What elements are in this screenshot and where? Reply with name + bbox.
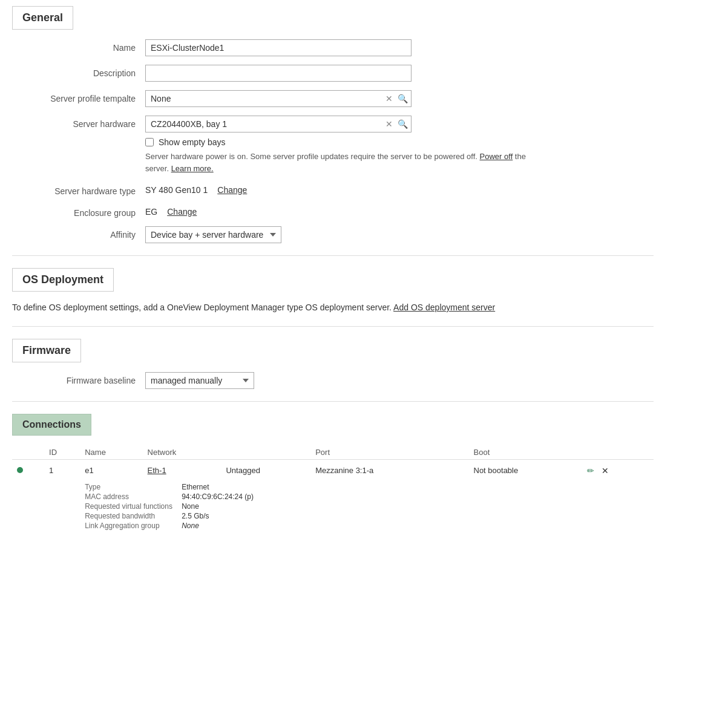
affinity-row: Affinity Device bay + server hardware De…	[12, 226, 654, 243]
server-hardware-input[interactable]	[145, 116, 412, 132]
sub-value-bw: 2.5 Gb/s	[182, 512, 209, 520]
conn-tag-cell: Untagged	[221, 460, 310, 479]
enclosure-group-value: EG	[145, 207, 157, 217]
description-control	[145, 65, 654, 82]
col-status	[12, 445, 44, 460]
conn-name-cell: e1	[80, 460, 142, 479]
firmware-baseline-row: Firmware baseline managed manually No ba…	[12, 372, 654, 389]
connections-section: Connections ID Name Network Port Boot	[12, 414, 654, 534]
enclosure-group-change-button[interactable]: Change	[167, 207, 197, 217]
server-profile-template-input[interactable]	[145, 90, 412, 107]
server-hardware-search-icon[interactable]: 🔍	[396, 119, 409, 129]
col-name: Name	[80, 445, 142, 460]
conn-action-icons: ✏ ✕	[585, 466, 611, 476]
enclosure-group-control: EG Change	[145, 204, 654, 217]
server-hardware-clear-icon[interactable]: ✕	[384, 119, 394, 129]
sub-row-lag: Link Aggregation group None	[85, 522, 649, 530]
firmware-baseline-label: Firmware baseline	[12, 372, 145, 385]
sub-row-mac: MAC address 94:40:C9:6C:24:24 (p)	[85, 492, 649, 501]
server-profile-template-clear-icon[interactable]: ✕	[384, 93, 394, 104]
col-boot: Boot	[469, 445, 580, 460]
conn-id-cell: 1	[44, 460, 80, 479]
name-label: Name	[12, 39, 145, 53]
firmware-baseline-control: managed manually No baseline Custom	[145, 372, 654, 389]
conn-actions-cell: ✏ ✕	[580, 460, 654, 479]
connections-table-body: 1 e1 Eth-1 Untagged Mezzanine 3:1-a	[12, 460, 654, 534]
server-hardware-icons: ✕ 🔍	[384, 119, 409, 129]
server-hardware-type-value-row: SY 480 Gen10 1 Change	[145, 183, 654, 195]
conn-status-cell	[12, 460, 44, 479]
description-label: Description	[12, 65, 145, 78]
learn-more-link[interactable]: Learn more.	[171, 164, 214, 173]
conn-network-cell: Eth-1	[143, 460, 221, 479]
firmware-baseline-select[interactable]: managed manually No baseline Custom	[145, 372, 254, 389]
server-hardware-label: Server hardware	[12, 116, 145, 129]
table-row: 1 e1 Eth-1 Untagged Mezzanine 3:1-a	[12, 460, 654, 479]
power-off-link[interactable]: Power off	[480, 152, 513, 161]
col-port: Port	[310, 445, 449, 460]
col-network: Network	[143, 445, 221, 460]
show-empty-bays-label[interactable]: Show empty bays	[159, 137, 226, 147]
server-profile-template-row: Server profile tempalte ✕ 🔍	[12, 90, 654, 107]
sub-label-type: Type	[85, 483, 182, 491]
col-actions	[580, 445, 654, 460]
os-deployment-info: To define OS deployment settings, add a …	[12, 301, 654, 314]
conn-delete-button[interactable]: ✕	[599, 466, 611, 476]
sub-label-lag: Link Aggregation group	[85, 522, 182, 530]
enclosure-group-value-row: EG Change	[145, 204, 654, 217]
server-profile-template-label: Server profile tempalte	[12, 90, 145, 103]
show-empty-bays-checkbox[interactable]	[145, 138, 154, 146]
description-row: Description	[12, 65, 654, 82]
conn-status-dot	[17, 467, 23, 473]
enclosure-group-label: Enclosure group	[12, 204, 145, 218]
sub-row-type: Type Ethernet	[85, 483, 649, 491]
connections-table-header: ID Name Network Port Boot	[12, 445, 654, 460]
enclosure-group-row: Enclosure group EG Change	[12, 204, 654, 218]
conn-edit-button[interactable]: ✏	[585, 466, 597, 476]
connections-section-header: Connections	[12, 414, 91, 436]
server-hardware-control: ✕ 🔍 Show empty bays Server hardware powe…	[145, 116, 654, 174]
conn-port: Mezzanine 3:1-a	[315, 466, 373, 475]
server-hardware-type-control: SY 480 Gen10 1 Change	[145, 183, 654, 195]
conn-sub-details: Type Ethernet MAC address 94:40:C9:6C:24…	[80, 478, 654, 534]
name-control	[145, 39, 654, 56]
server-hardware-type-change-button[interactable]: Change	[217, 185, 247, 195]
sub-label-bw: Requested bandwidth	[85, 512, 182, 520]
conn-network-link[interactable]: Eth-1	[148, 466, 166, 475]
conn-spacer-cell	[449, 460, 469, 479]
show-empty-bays-row: Show empty bays	[145, 137, 654, 147]
connections-header-row: ID Name Network Port Boot	[12, 445, 654, 460]
affinity-select[interactable]: Device bay + server hardware Device bay	[145, 226, 281, 243]
general-section: General Name Description Server profile …	[12, 6, 654, 243]
conn-network-tag: Untagged	[226, 466, 260, 475]
connections-table: ID Name Network Port Boot 1	[12, 445, 654, 534]
sub-row-vf: Requested virtual functions None	[85, 502, 649, 511]
server-profile-template-control: ✕ 🔍	[145, 90, 654, 107]
server-hardware-type-label: Server hardware type	[12, 183, 145, 196]
col-id: ID	[44, 445, 80, 460]
server-profile-template-icons: ✕ 🔍	[384, 93, 409, 104]
name-row: Name	[12, 39, 654, 56]
conn-sub-table: Type Ethernet MAC address 94:40:C9:6C:24…	[85, 483, 649, 530]
conn-port-cell: Mezzanine 3:1-a	[310, 460, 449, 479]
firmware-divider	[12, 401, 654, 402]
sub-label-vf: Requested virtual functions	[85, 502, 182, 511]
conn-boot: Not bootable	[474, 466, 519, 475]
add-os-deployment-server-link[interactable]: Add OS deployment server	[393, 302, 495, 312]
table-row-sub: Type Ethernet MAC address 94:40:C9:6C:24…	[12, 478, 654, 534]
firmware-section: Firmware Firmware baseline managed manua…	[12, 339, 654, 389]
description-input[interactable]	[145, 65, 412, 82]
server-profile-template-search-icon[interactable]: 🔍	[396, 93, 409, 104]
affinity-label: Affinity	[12, 226, 145, 240]
page-container: General Name Description Server profile …	[0, 0, 666, 551]
os-deployment-divider	[12, 326, 654, 327]
name-input[interactable]	[145, 39, 412, 56]
server-profile-template-input-wrapper: ✕ 🔍	[145, 90, 412, 107]
sub-value-type: Ethernet	[182, 483, 209, 491]
os-deployment-section: OS Deployment To define OS deployment se…	[12, 268, 654, 314]
general-section-header: General	[12, 6, 73, 30]
sub-value-mac: 94:40:C9:6C:24:24 (p)	[182, 492, 254, 501]
sub-value-vf: None	[182, 502, 199, 511]
col-network-tag	[221, 445, 310, 460]
sub-row-bw: Requested bandwidth 2.5 Gb/s	[85, 512, 649, 520]
